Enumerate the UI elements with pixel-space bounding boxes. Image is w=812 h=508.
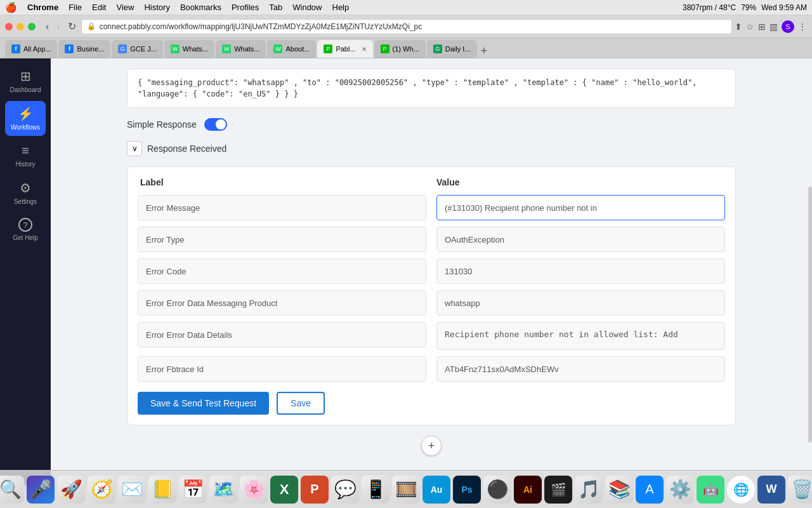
error-type-value-input[interactable] xyxy=(436,227,725,252)
menu-tab[interactable]: Tab xyxy=(269,3,282,12)
sidebar-label-history: History xyxy=(15,161,35,168)
dock-autodesk[interactable]: Au xyxy=(422,476,450,504)
dock-photos[interactable]: 🌸 xyxy=(240,476,268,504)
tab-3[interactable]: G GCE J... xyxy=(112,40,163,58)
error-code-label-input[interactable] xyxy=(138,258,426,284)
help-icon: ? xyxy=(18,218,32,232)
new-tab-button[interactable]: + xyxy=(478,44,490,58)
reload-button[interactable]: ↻ xyxy=(65,19,79,34)
tab-pabbly-active[interactable]: P Pabl... ✕ xyxy=(317,40,372,58)
error-messaging-product-value-input[interactable] xyxy=(436,290,725,316)
dock-finder[interactable]: 🔍 xyxy=(0,476,24,504)
content-area: { "messaging_product": "whatsapp" , "to"… xyxy=(51,58,812,485)
dock-safari[interactable]: 🧭 xyxy=(88,476,115,504)
dock-messages[interactable]: 💬 xyxy=(331,476,359,504)
sidebar-item-history[interactable]: ≡ History xyxy=(5,138,46,173)
dock-calendar[interactable]: 📅 xyxy=(179,476,207,504)
fullscreen-window-button[interactable] xyxy=(28,23,36,30)
menu-edit[interactable]: Edit xyxy=(92,3,106,12)
dock-books[interactable]: 📚 xyxy=(605,476,633,504)
forward-button[interactable]: › xyxy=(54,20,62,34)
simple-response-toggle[interactable] xyxy=(204,118,227,131)
dock-itunes[interactable]: 🎵 xyxy=(575,476,603,504)
dock-excel[interactable]: X xyxy=(270,476,298,504)
apple-icon: 🍎 xyxy=(5,2,17,13)
error-message-label-input[interactable] xyxy=(138,195,426,220)
url-bar[interactable]: 🔒 connect.pabbly.com/workflow/mapping/lj… xyxy=(81,19,732,34)
close-window-button[interactable] xyxy=(5,23,13,30)
dock-fcpx[interactable]: 🎬 xyxy=(544,476,572,504)
menu-dots-icon[interactable]: ⋮ xyxy=(798,22,807,32)
dock-mail[interactable]: ✉️ xyxy=(118,476,146,504)
share-icon[interactable]: ⬆ xyxy=(735,22,742,32)
error-code-value-input[interactable] xyxy=(436,258,725,284)
menu-chrome[interactable]: Chrome xyxy=(27,3,58,12)
menu-window[interactable]: Window xyxy=(292,3,322,12)
sidebar-item-workflows[interactable]: ⚡ Workflows xyxy=(5,101,46,136)
back-button[interactable]: ‹ xyxy=(43,20,51,34)
dock-screenium[interactable]: ⚫ xyxy=(483,476,511,504)
dock-photoshop[interactable]: Ps xyxy=(453,476,481,504)
dock-trash[interactable]: 🗑️ xyxy=(788,476,812,504)
tab-5[interactable]: W Whats... xyxy=(216,40,266,58)
tab-1[interactable]: f All App... xyxy=(5,40,57,58)
save-button[interactable]: Save xyxy=(277,392,325,415)
error-data-details-label-input[interactable] xyxy=(138,322,426,347)
error-fbtrace-value-input[interactable] xyxy=(436,356,725,382)
minimize-window-button[interactable] xyxy=(16,23,24,30)
tab-4[interactable]: W Whats... xyxy=(164,40,214,58)
dock-illustrator[interactable]: Ai xyxy=(514,476,542,504)
sidebar-item-get-help[interactable]: ? Get Help xyxy=(5,213,46,246)
fields-header: Label Value xyxy=(138,177,725,187)
dock-word[interactable]: W xyxy=(757,476,785,504)
dock-facetime[interactable]: 📱 xyxy=(362,476,390,504)
scroll-indicator[interactable] xyxy=(808,187,812,443)
error-message-value-input[interactable] xyxy=(436,195,725,220)
error-fbtrace-label-input[interactable] xyxy=(138,356,426,382)
field-row-error-data-details: Recipient phone number not in allowed li… xyxy=(138,322,725,350)
sidebar-label-settings: Settings xyxy=(14,198,37,205)
tab-2[interactable]: f Busine... xyxy=(58,40,110,58)
sidebar-item-dashboard[interactable]: ⊞ Dashboard xyxy=(5,64,46,98)
dock-photos2[interactable]: 🎞️ xyxy=(392,476,420,504)
dock-chrome[interactable]: 🌐 xyxy=(727,476,755,504)
tab-7[interactable]: P (1) Wh... xyxy=(374,40,426,58)
menu-help[interactable]: Help xyxy=(332,3,350,12)
dock-android[interactable]: 🤖 xyxy=(697,476,724,504)
error-data-details-value-input[interactable]: Recipient phone number not in allowed li… xyxy=(436,322,725,350)
mac-menu-bar: 🍎 Chrome File Edit View History Bookmark… xyxy=(0,0,812,15)
sidebar-toggle-icon[interactable]: ▥ xyxy=(769,22,778,32)
dock-system-prefs[interactable]: ⚙️ xyxy=(666,476,694,504)
dock-rocket[interactable]: 🚀 xyxy=(57,476,85,504)
code-block: { "messaging_product": "whatsapp" , "to"… xyxy=(127,69,736,108)
dock-contacts[interactable]: 📒 xyxy=(148,476,176,504)
dock-siri[interactable]: 🎤 xyxy=(27,476,55,504)
tab-search-icon[interactable]: ⊞ xyxy=(758,22,766,32)
main-layout: ⊞ Dashboard ⚡ Workflows ≡ History ⚙ Sett… xyxy=(0,58,812,485)
tab-8[interactable]: G Daily I... xyxy=(427,40,477,58)
menu-view[interactable]: View xyxy=(116,3,134,12)
simple-response-label: Simple Response xyxy=(127,119,197,130)
dock-powerpoint[interactable]: P xyxy=(301,476,329,504)
add-step-button[interactable]: + xyxy=(421,436,442,456)
sidebar-label-dashboard: Dashboard xyxy=(10,86,41,93)
bookmark-icon[interactable]: ☆ xyxy=(746,22,754,32)
simple-response-row: Simple Response xyxy=(127,118,736,131)
menu-profiles[interactable]: Profiles xyxy=(232,3,259,12)
dock-appstore[interactable]: A xyxy=(636,476,664,504)
lock-icon: 🔒 xyxy=(87,22,96,30)
sidebar-item-settings[interactable]: ⚙ Settings xyxy=(5,175,46,210)
profile-icon[interactable]: S xyxy=(782,20,794,33)
response-chevron[interactable]: ∨ xyxy=(127,141,142,156)
dashboard-icon: ⊞ xyxy=(20,69,31,84)
error-type-label-input[interactable] xyxy=(138,227,426,252)
menu-file[interactable]: File xyxy=(69,3,82,12)
tab-about[interactable]: W About... xyxy=(267,40,316,58)
save-send-test-button[interactable]: Save & Send Test Request xyxy=(138,392,269,415)
menu-history[interactable]: History xyxy=(144,3,169,12)
error-messaging-product-label-input[interactable] xyxy=(138,290,426,316)
clock: Wed 9:59 AM xyxy=(761,3,807,12)
buttons-row: Save & Send Test Request Save xyxy=(138,392,725,415)
menu-bookmarks[interactable]: Bookmarks xyxy=(180,3,221,12)
dock-maps[interactable]: 🗺️ xyxy=(209,476,237,504)
